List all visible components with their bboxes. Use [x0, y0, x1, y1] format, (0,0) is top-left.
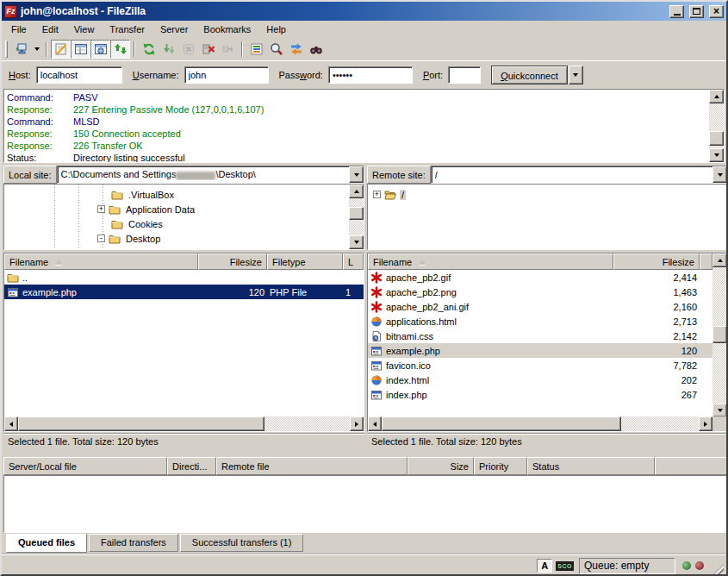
minimize-button[interactable]: [669, 5, 684, 18]
local-site-dropdown-button[interactable]: [349, 166, 364, 183]
remote-list-scrollbar[interactable]: [712, 254, 727, 417]
column-header-size[interactable]: Size: [408, 457, 474, 475]
local-file-row-selected[interactable]: example.php 120 PHP File 1: [4, 285, 364, 299]
scroll-right-button[interactable]: [350, 416, 364, 431]
scroll-right-button[interactable]: [699, 416, 712, 431]
quickconnect-dropdown-button[interactable]: [569, 66, 583, 85]
scroll-up-button[interactable]: [709, 90, 724, 103]
username-input[interactable]: [184, 66, 269, 84]
scroll-down-button[interactable]: [349, 235, 364, 249]
resize-grip[interactable]: [712, 564, 724, 576]
host-input[interactable]: [36, 66, 122, 84]
horizontal-splitter[interactable]: [2, 449, 728, 457]
menu-help[interactable]: Help: [258, 22, 294, 37]
tree-item-virtualbox[interactable]: .VirtualBox: [111, 187, 176, 202]
scroll-down-button[interactable]: [709, 148, 724, 162]
scroll-down-button[interactable]: [712, 404, 727, 417]
expand-icon[interactable]: +: [97, 205, 105, 213]
scrollbar-thumb[interactable]: [18, 416, 264, 431]
scroll-left-button[interactable]: [368, 416, 382, 431]
quickconnect-button[interactable]: Quickconnect: [491, 66, 568, 85]
menu-transfer[interactable]: Transfer: [102, 22, 152, 37]
site-manager-button[interactable]: [11, 40, 31, 59]
reconnect-button[interactable]: [218, 40, 238, 59]
column-header-server-local-file[interactable]: Server/Local file: [3, 457, 167, 475]
vertical-splitter[interactable]: [364, 166, 367, 432]
column-header-filename[interactable]: Filename: [368, 254, 613, 270]
queue-list[interactable]: [3, 475, 728, 533]
remote-file-row[interactable]: index.php 267: [368, 387, 712, 402]
column-header-last-modified[interactable]: L: [343, 254, 364, 270]
speedlimit-badge-icon[interactable]: SCO: [556, 561, 574, 571]
directory-comparison-button[interactable]: [266, 40, 286, 59]
toggle-local-tree-button[interactable]: [71, 40, 90, 59]
tree-item-desktop[interactable]: - Desktop: [97, 231, 162, 246]
column-header-filetype[interactable]: Filetype: [267, 254, 343, 270]
filename-filters-button[interactable]: [246, 40, 266, 59]
port-input[interactable]: [448, 66, 481, 84]
toggle-transfer-queue-button[interactable]: [110, 40, 130, 59]
remote-site-dropdown-button[interactable]: [712, 166, 727, 183]
remote-file-row[interactable]: index.html 202: [368, 373, 712, 387]
find-files-button[interactable]: [306, 40, 326, 59]
local-site-combo[interactable]: C:\Documents and Settings\Desktop\: [57, 166, 364, 184]
disconnect-button[interactable]: [198, 40, 218, 59]
site-manager-dropdown-button[interactable]: [31, 40, 42, 59]
column-header-status[interactable]: Status: [527, 457, 655, 475]
remote-file-row[interactable]: apache_pb2.gif 2,414: [368, 270, 712, 285]
column-header-filename[interactable]: Filename: [4, 254, 198, 270]
column-header-filesize[interactable]: Filesize: [198, 254, 267, 270]
menu-file[interactable]: File: [3, 22, 34, 37]
maximize-button[interactable]: [689, 5, 704, 18]
local-tree-scrollbar[interactable]: [349, 185, 364, 249]
column-header-direction[interactable]: Directi...: [167, 457, 216, 475]
menu-bookmarks[interactable]: Bookmarks: [196, 22, 258, 37]
password-input[interactable]: [328, 66, 413, 84]
log-scrollbar[interactable]: [709, 90, 724, 162]
process-queue-button[interactable]: [159, 40, 178, 59]
expand-icon[interactable]: +: [373, 191, 381, 198]
tab-successful-transfers[interactable]: Successful transfers (1): [180, 534, 304, 552]
toggle-message-log-button[interactable]: [51, 40, 71, 59]
local-file-row-parent[interactable]: ..: [4, 270, 364, 285]
tab-failed-transfers[interactable]: Failed transfers: [89, 534, 178, 552]
collapse-icon[interactable]: -: [97, 235, 105, 242]
remote-file-row[interactable]: bitnami.css 2,142: [368, 329, 712, 343]
scroll-left-button[interactable]: [4, 416, 18, 431]
transfer-type-indicator-icon[interactable]: A: [537, 559, 552, 573]
remote-directory-tree[interactable]: + /: [367, 184, 728, 250]
remote-file-row[interactable]: apache_pb2_ani.gif 2,160: [368, 299, 712, 314]
local-directory-tree[interactable]: .VirtualBox + Application Data Cookies -…: [3, 184, 364, 250]
remote-file-row[interactable]: favicon.ico 7,782: [368, 358, 712, 373]
column-header-remote-file[interactable]: Remote file: [216, 457, 408, 475]
remote-site-combo[interactable]: /: [431, 166, 728, 184]
synchronized-browsing-button[interactable]: [286, 40, 306, 59]
column-header-filesize[interactable]: Filesize: [613, 254, 700, 270]
local-horizontal-scrollbar[interactable]: [4, 416, 364, 431]
scroll-up-button[interactable]: [349, 185, 364, 198]
tree-item-root[interactable]: + /: [373, 187, 406, 202]
remote-file-row[interactable]: apache_pb2.png 1,463: [368, 285, 712, 299]
refresh-button[interactable]: [139, 40, 159, 59]
scrollbar-thumb[interactable]: [712, 326, 727, 343]
menu-edit[interactable]: Edit: [34, 22, 66, 37]
tab-queued-files[interactable]: Queued files: [6, 534, 87, 553]
scroll-up-button[interactable]: [712, 254, 727, 267]
remote-file-row-selected[interactable]: example.php 120: [368, 343, 712, 358]
scrollbar-thumb[interactable]: [709, 131, 724, 146]
toggle-remote-tree-button[interactable]: [90, 40, 110, 59]
menu-view[interactable]: View: [66, 22, 103, 37]
titlebar[interactable]: Fz john@localhost - FileZilla ×: [2, 2, 726, 21]
toolbar-grip[interactable]: [5, 41, 8, 58]
menu-server[interactable]: Server: [152, 22, 196, 37]
column-header-priority[interactable]: Priority: [474, 457, 527, 475]
message-log[interactable]: Command:PASV Response:227 Entering Passi…: [3, 89, 725, 163]
tree-item-cookies[interactable]: Cookies: [111, 216, 165, 231]
remote-horizontal-scrollbar[interactable]: [368, 416, 712, 431]
remote-file-row[interactable]: applications.html 2,713: [368, 314, 712, 329]
scrollbar-thumb[interactable]: [382, 416, 621, 431]
cancel-operation-button[interactable]: [178, 40, 198, 59]
scrollbar-thumb[interactable]: [349, 207, 364, 220]
tree-item-application-data[interactable]: + Application Data: [97, 202, 196, 216]
close-button[interactable]: ×: [709, 5, 724, 18]
